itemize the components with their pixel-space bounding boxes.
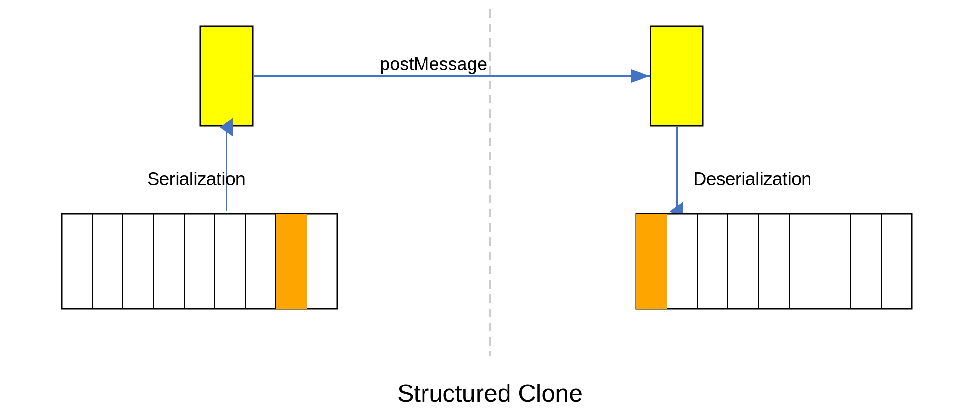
post-message-label: postMessage [380, 54, 487, 74]
serialization-label: Serialization [147, 169, 245, 189]
right-highlighted-cell [636, 214, 667, 309]
left-highlighted-cell [276, 214, 307, 309]
diagram-title: Structured Clone [397, 379, 583, 407]
left-yellow-box [200, 26, 253, 126]
right-yellow-box [650, 26, 703, 126]
deserialization-label: Deserialization [693, 169, 811, 189]
right-memory-array [636, 214, 912, 309]
diagram-container: Serialization postMessage Deserializatio… [0, 0, 980, 414]
